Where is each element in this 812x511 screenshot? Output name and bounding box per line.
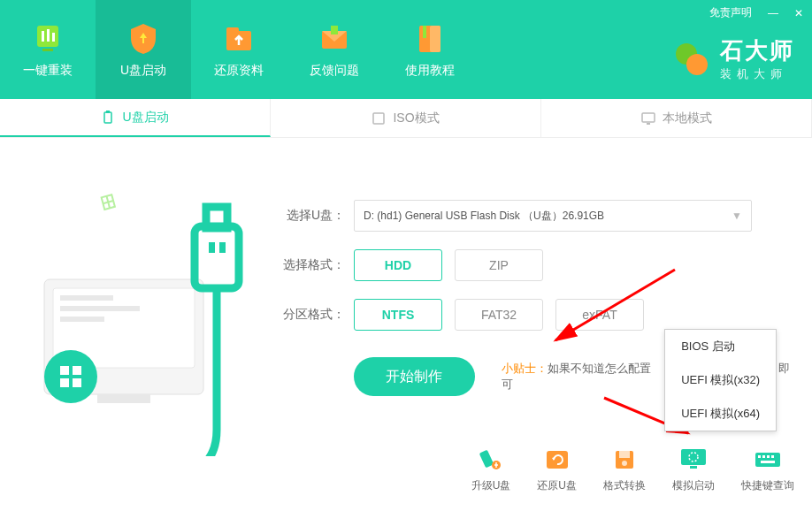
svg-rect-24	[97, 394, 150, 403]
svg-rect-2	[47, 29, 50, 42]
svg-rect-28	[60, 378, 69, 387]
tab-label: 本地模式	[663, 111, 712, 126]
nav-restore[interactable]: 还原资料	[191, 0, 287, 99]
upload-folder-icon	[221, 20, 257, 56]
minimize-button[interactable]: —	[768, 7, 778, 19]
menu-bios-boot[interactable]: BIOS 启动	[665, 330, 776, 363]
svg-rect-14	[104, 112, 111, 123]
svg-rect-22	[60, 306, 140, 311]
format-label: 选择格式：	[274, 257, 345, 273]
tool-label: 格式转换	[603, 478, 646, 493]
svg-rect-29	[73, 378, 81, 387]
disk-icon	[609, 446, 640, 473]
svg-rect-18	[647, 123, 650, 125]
usb-select[interactable]: D: (hd1) General USB Flash Disk （U盘）26.9…	[354, 200, 752, 232]
svg-rect-43	[619, 451, 630, 458]
logo: 石大师 装机大师	[672, 35, 794, 82]
tab-usb-boot[interactable]: U盘启动	[0, 99, 271, 137]
logo-subtitle: 装机大师	[720, 66, 794, 82]
usb-upgrade-icon	[475, 446, 507, 473]
svg-rect-39	[479, 450, 494, 469]
nav-label: U盘启动	[120, 63, 166, 79]
tool-upgrade-usb[interactable]: 升级U盘	[471, 446, 511, 493]
nav-reinstall[interactable]: 一键重装	[0, 0, 96, 99]
iso-icon	[372, 111, 386, 126]
bottom-toolbar: 升级U盘 还原U盘 格式转换 模拟启动 快捷键查询	[471, 446, 794, 493]
svg-rect-4	[42, 49, 53, 51]
close-button[interactable]: ✕	[794, 7, 803, 19]
partition-ntfs[interactable]: NTFS	[354, 299, 442, 331]
mail-icon	[317, 20, 352, 56]
usb-select-value: D: (hd1) General USB Flash Disk （U盘）26.9…	[364, 209, 604, 224]
book-icon	[412, 20, 448, 56]
tool-label: 快捷键查询	[741, 478, 794, 493]
svg-rect-48	[755, 453, 780, 467]
svg-rect-6	[226, 27, 239, 34]
nav-label: 使用教程	[405, 63, 455, 79]
svg-rect-3	[52, 33, 55, 42]
partition-label: 分区格式：	[274, 307, 345, 323]
svg-rect-8	[331, 26, 338, 34]
svg-point-25	[44, 350, 97, 403]
svg-rect-49	[758, 455, 761, 458]
tip-label: 小贴士：	[502, 362, 548, 375]
svg-rect-21	[60, 295, 113, 301]
partition-fat32[interactable]: FAT32	[455, 299, 543, 331]
main-nav: 一键重装 U盘启动 还原资料 反馈问题 使用教程	[0, 0, 478, 99]
svg-rect-33	[195, 226, 239, 288]
svg-point-13	[686, 54, 708, 75]
partition-exfat[interactable]: exFAT	[555, 299, 644, 331]
nav-tutorial[interactable]: 使用教程	[382, 0, 478, 99]
keyboard-icon	[752, 446, 784, 473]
tool-simulate-boot[interactable]: 模拟启动	[672, 446, 715, 493]
svg-rect-51	[767, 455, 770, 458]
svg-rect-15	[106, 111, 110, 113]
tool-label: 升级U盘	[471, 478, 511, 493]
tab-iso[interactable]: ISO模式	[271, 99, 541, 137]
format-zip[interactable]: ZIP	[455, 249, 543, 281]
tab-label: ISO模式	[393, 111, 439, 126]
monitor-icon	[641, 111, 655, 126]
svg-rect-17	[642, 113, 655, 122]
tool-label: 还原U盘	[537, 478, 577, 493]
menu-uefi-x32[interactable]: UEFI 模拟(x32)	[665, 363, 776, 397]
svg-rect-34	[206, 207, 227, 228]
nav-feedback[interactable]: 反馈问题	[287, 0, 382, 99]
usb-select-label: 选择U盘：	[274, 208, 345, 224]
nav-usb-boot[interactable]: U盘启动	[96, 0, 191, 99]
svg-rect-53	[761, 461, 775, 463]
nav-label: 一键重装	[23, 63, 73, 79]
tool-format-convert[interactable]: 格式转换	[603, 446, 646, 493]
svg-rect-11	[423, 26, 426, 38]
illustration	[18, 173, 248, 456]
chevron-down-icon: ▼	[732, 210, 742, 222]
svg-rect-41	[547, 451, 568, 469]
svg-rect-45	[681, 449, 706, 465]
svg-rect-36	[219, 242, 226, 253]
start-button[interactable]: 开始制作	[354, 357, 475, 396]
nav-label: 还原资料	[214, 63, 264, 79]
tool-hotkey-lookup[interactable]: 快捷键查询	[741, 446, 794, 493]
app-header: 免责声明 — ✕ 一键重装 U盘启动 还原资料 反馈问题	[0, 0, 812, 99]
tool-label: 模拟启动	[672, 478, 715, 493]
window-controls: 免责声明 — ✕	[709, 5, 803, 20]
tab-local[interactable]: 本地模式	[541, 99, 812, 137]
disclaimer-link[interactable]: 免责声明	[709, 5, 752, 20]
tab-label: U盘启动	[122, 110, 168, 126]
svg-rect-23	[60, 317, 104, 322]
logo-title: 石大师	[720, 35, 794, 66]
nav-label: 反馈问题	[310, 63, 359, 79]
usb-icon	[101, 111, 115, 125]
restore-icon	[541, 446, 573, 473]
format-hdd[interactable]: HDD	[354, 249, 442, 281]
bars-icon	[30, 20, 65, 56]
svg-rect-46	[690, 466, 697, 469]
svg-point-44	[622, 461, 627, 466]
shield-icon	[126, 20, 161, 56]
svg-rect-16	[373, 113, 384, 124]
menu-uefi-x64[interactable]: UEFI 模拟(x64)	[665, 397, 776, 431]
svg-rect-50	[762, 455, 765, 458]
svg-rect-27	[73, 366, 81, 375]
tool-restore-usb[interactable]: 还原U盘	[537, 446, 577, 493]
svg-rect-10	[430, 26, 440, 52]
